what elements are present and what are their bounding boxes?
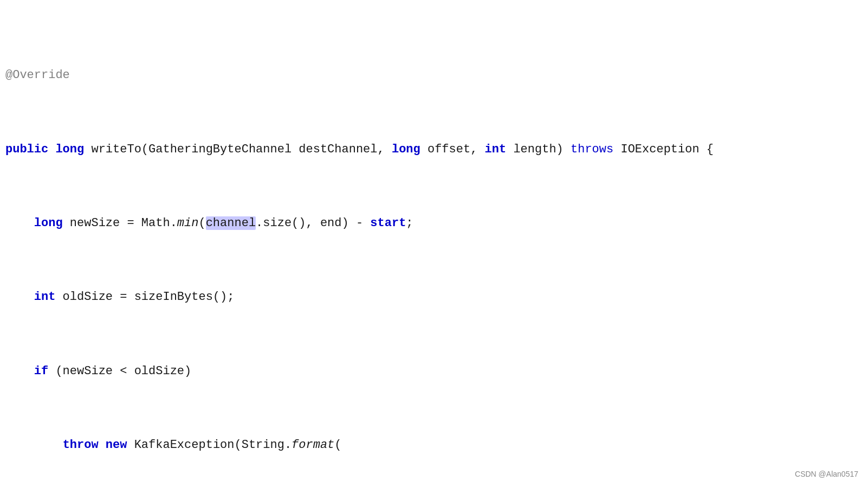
line-throw: throw new KafkaException(String.format( — [5, 436, 857, 454]
line-oldsize: int oldSize = sizeInBytes(); — [5, 288, 857, 306]
code-viewer: @Override public long writeTo(GatheringB… — [5, 11, 857, 487]
line-signature: public long writeTo(GatheringByteChannel… — [5, 140, 857, 159]
watermark: CSDN @Alan0517 — [795, 469, 858, 480]
line-if1: if (newSize < oldSize) — [5, 362, 857, 381]
override-annotation: @Override — [5, 68, 70, 82]
channel-highlight-1: channel — [206, 216, 256, 230]
line-newsize: long newSize = Math.min(channel.size(), … — [5, 214, 857, 233]
line-annotation: @Override — [5, 66, 857, 85]
